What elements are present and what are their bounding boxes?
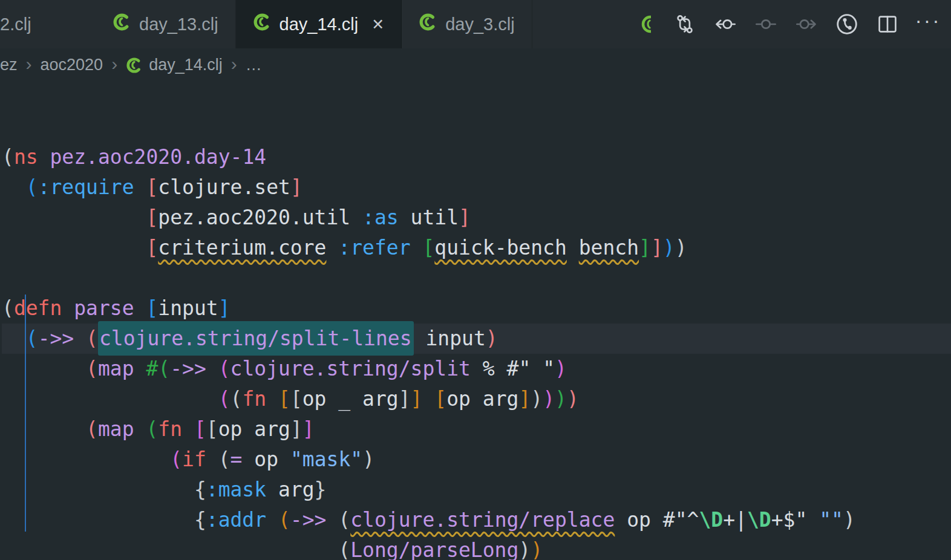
code-line[interactable]: [pez.aoc2020.util :as util] xyxy=(2,203,951,233)
breadcrumb: ez › aoc2020 › day_14.clj › … xyxy=(0,48,951,82)
previous-change-icon[interactable] xyxy=(713,12,737,36)
clojure-file-icon xyxy=(126,57,143,74)
calva-partial-icon[interactable] xyxy=(632,12,656,36)
next-change-icon[interactable] xyxy=(794,12,819,36)
tab-day-14[interactable]: day_14.clj ✕ xyxy=(236,0,402,48)
code-line[interactable]: (map #(->> (clojure.string/split % #" ") xyxy=(2,354,951,384)
breadcrumb-item-aoc2020[interactable]: aoc2020 xyxy=(41,56,103,74)
tab-label: 2.clj xyxy=(0,15,31,34)
code-line[interactable]: (Long/parseLong)) xyxy=(2,535,951,560)
tab-day-13[interactable]: day_13.clj xyxy=(96,0,236,48)
clojure-file-icon xyxy=(113,13,131,36)
tab-day-12[interactable]: 2.clj xyxy=(0,0,96,48)
compare-changes-icon[interactable] xyxy=(673,12,697,36)
code-line[interactable]: (ns pez.aoc2020.day-14 xyxy=(2,142,951,172)
breadcrumb-item-file[interactable]: day_14.clj xyxy=(126,56,223,74)
current-change-icon[interactable] xyxy=(754,12,778,36)
clojure-file-icon xyxy=(253,13,272,36)
indent-guide xyxy=(25,295,26,532)
commit-graph-icon[interactable] xyxy=(835,12,859,36)
close-tab-icon[interactable]: ✕ xyxy=(371,17,384,32)
editor-actions: ··· xyxy=(632,0,951,48)
code-line[interactable]: (if (= op "mask") xyxy=(2,444,951,475)
tab-day-3[interactable]: day_3.clj xyxy=(402,0,532,48)
tab-label: day_3.clj xyxy=(445,15,514,34)
code-line[interactable]: (defn parse [input] xyxy=(2,293,951,324)
chevron-right-icon: › xyxy=(231,54,237,74)
highlighted-token: clojure.string/split-lines xyxy=(98,321,414,356)
clojure-file-icon xyxy=(419,13,437,36)
code-line[interactable]: {:addr (->> (clojure.string/replace op #… xyxy=(2,505,951,535)
code-line[interactable]: (map (fn [[op arg]] xyxy=(2,414,951,444)
more-actions-icon[interactable]: ··· xyxy=(916,12,940,36)
tab-label: day_13.clj xyxy=(139,15,218,34)
breadcrumb-item-symbol-ellipsis[interactable]: … xyxy=(246,56,262,74)
chevron-right-icon: › xyxy=(111,54,117,74)
tab-label: day_14.clj xyxy=(279,15,359,34)
editor-tab-bar: 2.clj day_13.clj day_14.clj ✕ day_3.c xyxy=(0,0,951,48)
breadcrumb-item-folder[interactable]: ez xyxy=(0,56,18,74)
code-line[interactable]: (:require [clojure.set] xyxy=(2,172,951,203)
code-line[interactable] xyxy=(2,263,951,293)
code-line[interactable]: ((fn [[op _ arg]] [op arg])))) xyxy=(2,384,951,414)
code-line[interactable]: [criterium.core :refer [quick-bench benc… xyxy=(2,233,951,263)
chevron-right-icon: › xyxy=(26,54,32,74)
split-editor-icon[interactable] xyxy=(875,12,900,36)
code-area[interactable]: (ns pez.aoc2020.day-14 (:require [clojur… xyxy=(0,82,951,560)
code-line-current[interactable]: (->> (clojure.string/split-lines input) xyxy=(2,324,951,354)
code-line[interactable]: {:mask arg} xyxy=(2,475,951,505)
